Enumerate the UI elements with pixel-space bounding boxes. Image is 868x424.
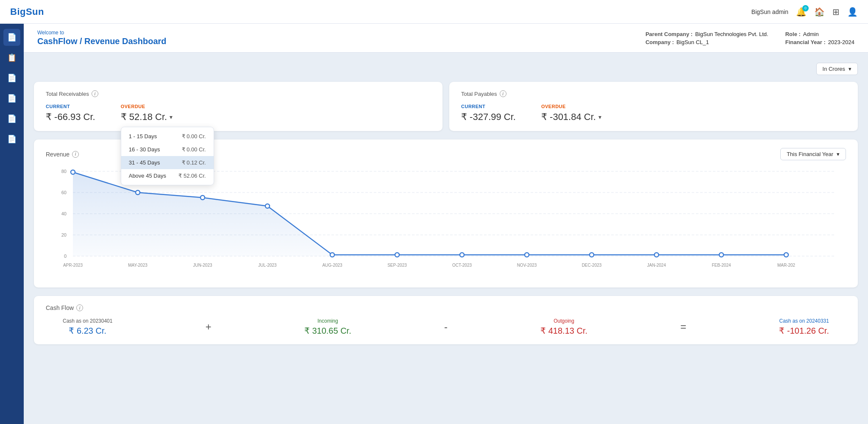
payables-overdue-value: ₹ -301.84 Cr. [541,112,596,123]
payables-current-col: CURRENT ₹ -327.99 Cr. [461,104,516,123]
receivables-overdue-value: ₹ 52.18 Cr. [121,112,167,123]
notification-badge: 0 [802,5,809,11]
svg-text:60: 60 [61,190,67,195]
sidebar-item-2[interactable]: 📄 [3,70,20,86]
content-area: In Crores ▾ Total Receivables i CURRENT … [24,53,868,354]
svg-text:40: 40 [61,211,67,216]
unit-selector[interactable]: In Crores ▾ [816,63,858,75]
chart-point-8 [590,253,594,257]
cashflow-row: Cash as on 20230401 ₹ 6.23 Cr. + Incomin… [46,318,846,336]
popup-row-0[interactable]: 1 - 15 Days ₹ 0.00 Cr. [121,130,214,143]
receivables-title: Total Receivables i [46,90,431,97]
incoming-value: ₹ 310.65 Cr. [304,326,351,336]
plus-operator: + [206,321,211,333]
company-row: Company : BigSun CL_1 [645,39,768,45]
cash-start-label: Cash as on 20230401 [63,318,112,324]
parent-company-value: BigSun Technologies Pvt. Ltd. [695,31,768,37]
chart-point-4 [330,253,334,257]
cash-end-label: Cash as on 20240331 [779,318,829,324]
unit-label: In Crores [823,66,845,72]
payables-current-label: CURRENT [461,104,516,109]
role-value: Admin [803,31,819,37]
svg-text:20: 20 [61,232,67,237]
sidebar-item-5[interactable]: 📄 [3,131,20,148]
overdue-dropdown-wrapper: ₹ 52.18 Cr. ▾ 1 - 15 Days ₹ 0.00 Cr. [121,112,172,123]
chart-point-7 [525,253,529,257]
payables-chevron-icon[interactable]: ▾ [598,114,601,120]
receivables-current-col: CURRENT ₹ -66.93 Cr. [46,104,95,123]
payables-content: CURRENT ₹ -327.99 Cr. OVERDUE ₹ -301.84 … [461,104,846,123]
overdue-popup: 1 - 15 Days ₹ 0.00 Cr. 16 - 30 Days ₹ 0.… [121,127,214,185]
minus-operator: - [444,321,448,333]
payables-info-icon[interactable]: i [500,90,506,97]
incoming-item: Incoming ₹ 310.65 Cr. [304,318,351,336]
welcome-text: Welcome to [37,30,167,36]
sidebar-item-1[interactable]: 📋 [3,49,20,66]
fy-label: Financial Year : [785,39,826,45]
company-label: Company : [645,39,674,45]
svg-text:SEP-2023: SEP-2023 [387,263,407,268]
cash-end-item: Cash as on 20240331 ₹ -101.26 Cr. [779,318,829,336]
page-title: CashFlow / Revenue Dashboard [37,36,167,46]
popup-row-3[interactable]: Above 45 Days ₹ 52.06 Cr. [121,169,214,182]
outgoing-item: Outgoing ₹ 418.13 Cr. [540,318,587,336]
receivables-overdue-value-row: ₹ 52.18 Cr. ▾ 1 - 15 Days ₹ 0.00 Cr. [121,112,172,123]
svg-text:APR-2023: APR-2023 [63,263,83,268]
sidebar-item-0[interactable]: 📄 [3,29,20,46]
unit-row: In Crores ▾ [34,63,858,75]
app-logo: BigSun [10,6,44,17]
cards-row: Total Receivables i CURRENT ₹ -66.93 Cr.… [34,82,858,131]
home-icon[interactable]: 🏠 [814,7,825,17]
chart-point-1 [136,190,140,195]
role-label: Role : [785,31,801,37]
receivables-overdue-col: OVERDUE ₹ 52.18 Cr. ▾ 1 - 15 [121,104,172,123]
page-header: Welcome to CashFlow / Revenue Dashboard [37,30,167,46]
company-value: BigSun CL_1 [676,39,709,45]
fy-row: Financial Year : 2023-2024 [785,39,854,45]
svg-text:MAY-2023: MAY-2023 [128,263,147,268]
chart-info-icon[interactable]: i [72,151,79,158]
overdue-chevron-icon[interactable]: ▾ [170,114,172,120]
parent-company-row: Parent Company : BigSun Technologies Pvt… [645,31,768,37]
chart-point-2 [200,195,205,200]
payables-card: Total Payables i CURRENT ₹ -327.99 Cr. O… [449,82,858,131]
nav-actions: BigSun admin 🔔 0 🏠 ⊞ 👤 [751,7,858,17]
user-profile-icon[interactable]: 👤 [847,7,858,17]
incoming-label: Incoming [304,318,351,324]
cash-end-value: ₹ -101.26 Cr. [779,326,829,336]
payables-current-value: ₹ -327.99 Cr. [461,112,516,123]
parent-company-label: Parent Company : [645,31,693,37]
svg-text:MAR-202: MAR-202 [777,263,796,268]
popup-row-1[interactable]: 16 - 30 Days ₹ 0.00 Cr. [121,143,214,156]
header-meta: Parent Company : BigSun Technologies Pvt… [645,31,854,45]
cashflow-title: Cash Flow i [46,304,846,311]
chart-filter-selector[interactable]: This Financial Year ▾ [780,148,846,160]
user-name: BigSun admin [751,8,788,15]
cashflow-info-icon[interactable]: i [76,304,83,311]
sidebar: 📄 📋 📄 📄 📄 📄 [0,24,24,424]
sidebar-item-3[interactable]: 📄 [3,90,20,107]
payables-overdue-col: OVERDUE ₹ -301.84 Cr. ▾ [541,104,601,123]
chart-title: Revenue i [46,151,79,158]
payables-overdue-label: OVERDUE [541,104,601,109]
chart-point-0 [71,170,75,174]
outgoing-label: Outgoing [540,318,587,324]
overdue-trigger[interactable]: ₹ 52.18 Cr. ▾ [121,112,172,123]
svg-text:JUN-2023: JUN-2023 [193,263,212,268]
cash-start-item: Cash as on 20230401 ₹ 6.23 Cr. [63,318,112,336]
outgoing-value: ₹ 418.13 Cr. [540,326,587,336]
role-row: Role : Admin [785,31,854,37]
svg-text:FEB-2024: FEB-2024 [712,263,731,268]
notification-icon[interactable]: 🔔 0 [796,7,807,17]
main-content: Welcome to CashFlow / Revenue Dashboard … [24,24,868,424]
popup-row-2[interactable]: 31 - 45 Days ₹ 0.12 Cr. [121,156,214,169]
chart-point-6 [460,253,464,257]
receivables-info-icon[interactable]: i [92,90,98,97]
receivables-current-label: CURRENT [46,104,95,109]
sidebar-item-4[interactable]: 📄 [3,110,20,127]
grid-icon[interactable]: ⊞ [832,7,840,17]
header-bar: Welcome to CashFlow / Revenue Dashboard … [24,24,868,53]
svg-text:OCT-2023: OCT-2023 [452,263,472,268]
cash-start-value: ₹ 6.23 Cr. [63,326,112,336]
chart-point-3 [265,204,270,208]
